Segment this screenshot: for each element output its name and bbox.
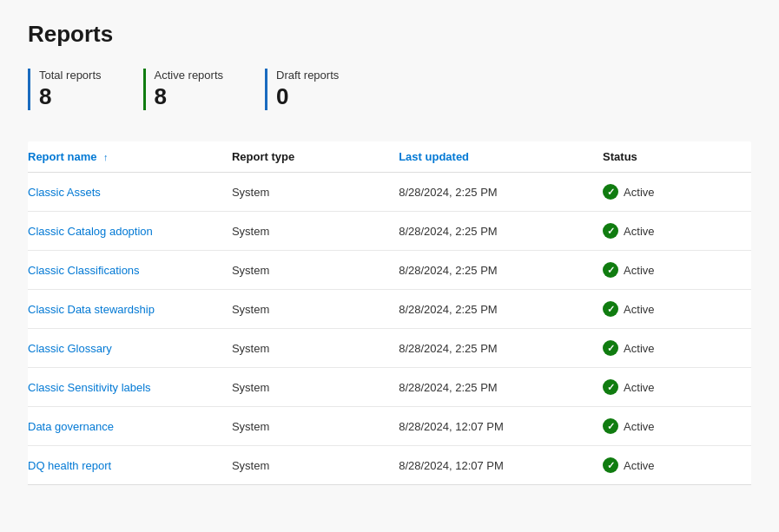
report-type: System (232, 407, 399, 446)
active-reports-label: Active reports (155, 69, 223, 82)
total-reports-stat: Total reports 8 (28, 69, 102, 110)
active-status-icon (603, 184, 618, 200)
report-last-updated: 8/28/2024, 12:07 PM (399, 407, 603, 446)
report-status: Active (603, 290, 751, 329)
report-type: System (232, 368, 399, 407)
sort-arrow-icon: ↑ (103, 152, 109, 162)
report-last-updated: 8/28/2024, 12:07 PM (399, 446, 603, 485)
active-status-icon (603, 262, 618, 278)
report-name-link[interactable]: Classic Classifications (28, 264, 140, 277)
report-status: Active (603, 251, 751, 290)
active-status-icon (603, 340, 618, 356)
status-text: Active (624, 420, 654, 433)
report-type: System (232, 173, 399, 212)
status-text: Active (624, 264, 654, 277)
report-last-updated: 8/28/2024, 2:25 PM (399, 368, 603, 407)
column-header-status: Status (603, 141, 751, 173)
table-row: Classic ClassificationsSystem8/28/2024, … (28, 251, 751, 290)
status-text: Active (624, 381, 654, 394)
active-reports-stat: Active reports 8 (143, 69, 223, 110)
active-reports-value: 8 (155, 83, 223, 110)
draft-reports-value: 0 (276, 83, 339, 110)
status-text: Active (624, 225, 654, 238)
report-name-link[interactable]: Classic Assets (28, 186, 101, 199)
report-status: Active (603, 368, 751, 407)
report-type: System (232, 251, 399, 290)
report-last-updated: 8/28/2024, 2:25 PM (399, 251, 603, 290)
report-type: System (232, 446, 399, 485)
report-name-link[interactable]: DQ health report (28, 459, 111, 472)
column-header-type: Report type (232, 141, 399, 173)
draft-reports-label: Draft reports (276, 69, 339, 82)
report-status: Active (603, 446, 751, 485)
total-reports-label: Total reports (39, 69, 102, 82)
table-row: Classic GlossarySystem8/28/2024, 2:25 PM… (28, 329, 751, 368)
active-status-icon (603, 379, 618, 395)
active-status-icon (603, 457, 618, 473)
report-name-link[interactable]: Data governance (28, 420, 114, 433)
table-row: Classic Sensitivity labelsSystem8/28/202… (28, 368, 751, 407)
report-last-updated: 8/28/2024, 2:25 PM (399, 329, 603, 368)
active-status-icon (603, 301, 618, 317)
stats-bar: Total reports 8 Active reports 8 Draft r… (28, 69, 751, 110)
report-status: Active (603, 212, 751, 251)
report-status: Active (603, 329, 751, 368)
report-name-link[interactable]: Classic Sensitivity labels (28, 381, 151, 394)
status-text: Active (624, 342, 654, 355)
column-header-name[interactable]: Report name ↑ (28, 141, 232, 173)
report-last-updated: 8/28/2024, 2:25 PM (399, 290, 603, 329)
draft-reports-stat: Draft reports 0 (265, 69, 339, 110)
report-status: Active (603, 407, 751, 446)
report-type: System (232, 212, 399, 251)
table-row: Classic Data stewardshipSystem8/28/2024,… (28, 290, 751, 329)
report-type: System (232, 290, 399, 329)
report-last-updated: 8/28/2024, 2:25 PM (399, 212, 603, 251)
table-header-row: Report name ↑ Report type Last updated S… (28, 141, 751, 173)
status-text: Active (624, 303, 654, 316)
status-text: Active (624, 186, 654, 199)
reports-table-container: Report name ↑ Report type Last updated S… (28, 141, 751, 485)
page-title: Reports (28, 21, 751, 48)
report-name-link[interactable]: Classic Catalog adoption (28, 225, 153, 238)
active-status-icon (603, 223, 618, 239)
report-name-link[interactable]: Classic Data stewardship (28, 303, 155, 316)
reports-table: Report name ↑ Report type Last updated S… (28, 141, 751, 485)
active-status-icon (603, 418, 618, 434)
table-row: Classic Catalog adoptionSystem8/28/2024,… (28, 212, 751, 251)
total-reports-value: 8 (39, 83, 102, 110)
status-text: Active (624, 459, 654, 472)
table-row: Classic AssetsSystem8/28/2024, 2:25 PMAc… (28, 173, 751, 212)
report-type: System (232, 329, 399, 368)
report-status: Active (603, 173, 751, 212)
report-last-updated: 8/28/2024, 2:25 PM (399, 173, 603, 212)
report-name-link[interactable]: Classic Glossary (28, 342, 112, 355)
table-row: Data governanceSystem8/28/2024, 12:07 PM… (28, 407, 751, 446)
table-row: DQ health reportSystem8/28/2024, 12:07 P… (28, 446, 751, 485)
column-header-updated: Last updated (399, 141, 603, 173)
